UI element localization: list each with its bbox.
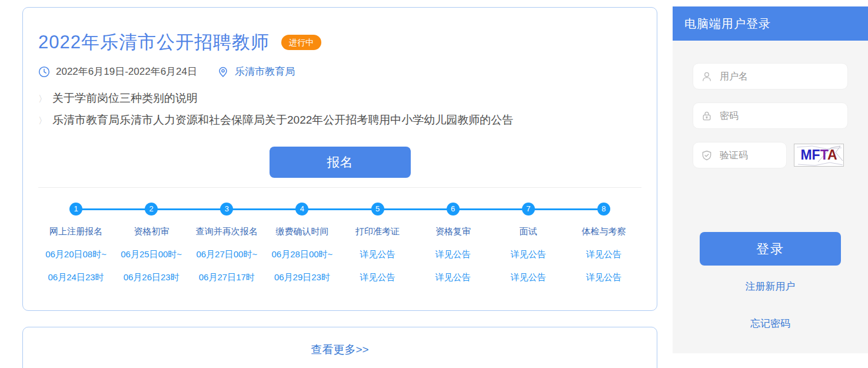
- timeline-step-date1: 06月20日08时~: [38, 249, 114, 260]
- announcement-links: 〉关于学前岗位三种类别的说明 〉乐清市教育局乐清市人力资源和社会保障局关于202…: [38, 88, 641, 131]
- location-pin-icon: [217, 66, 229, 78]
- timeline: 1网上注册报名06月20日08时~06月24日23时2资格初审06月25日00时…: [38, 203, 641, 283]
- lock-icon: [701, 110, 713, 122]
- timeline-step-label: 缴费确认时间: [264, 226, 340, 237]
- announcement-link[interactable]: 〉关于学前岗位三种类别的说明: [38, 88, 641, 110]
- timeline-step-date2: 详见公告: [415, 272, 491, 283]
- timeline-step: 7面试详见公告详见公告: [491, 203, 566, 283]
- captcha-field-box[interactable]: [693, 142, 787, 168]
- password-field-box[interactable]: [693, 102, 848, 129]
- timeline-step-date1: 06月25日00时~: [114, 249, 189, 260]
- page-title: 2022年乐清市公开招聘教师: [38, 30, 270, 55]
- timeline-step: 3查询并再次报名06月27日00时~06月27日17时: [189, 203, 264, 283]
- apply-button[interactable]: 报名: [270, 147, 411, 178]
- forgot-password-link[interactable]: 忘记密码: [693, 317, 848, 330]
- timeline-step-date2: 06月26日23时: [114, 272, 189, 283]
- timeline-step-date2: 详见公告: [340, 272, 415, 283]
- timeline-step-label: 面试: [491, 226, 566, 237]
- timeline-step: 1网上注册报名06月20日08时~06月24日23时: [38, 203, 114, 283]
- timeline-step-date1: 详见公告: [491, 249, 566, 260]
- timeline-step-label: 资格初审: [114, 226, 189, 237]
- password-input[interactable]: [720, 111, 840, 121]
- timeline-step-label: 资格复审: [415, 226, 491, 237]
- timeline-step-date1: 06月28日00时~: [264, 249, 340, 260]
- announcement-link-text: 乐清市教育局乐清市人力资源和社会保障局关于2022年公开招考聘用中小学幼儿园教师…: [52, 114, 513, 126]
- username-field-box[interactable]: [693, 63, 848, 89]
- timeline-step: 2资格初审06月25日00时~06月26日23时: [114, 203, 189, 283]
- chevron-right-icon: 〉: [38, 94, 47, 104]
- timeline-step-date2: 06月29日23时: [264, 272, 340, 283]
- user-icon: [701, 71, 713, 82]
- timeline-step-date2: 详见公告: [566, 272, 641, 283]
- divider: [38, 187, 641, 188]
- timeline-step-date2: 06月24日23时: [38, 272, 114, 283]
- timeline-step-number: 1: [69, 203, 82, 216]
- timeline-step-date1: 详见公告: [415, 249, 491, 260]
- timeline-step-label: 查询并再次报名: [189, 226, 264, 237]
- login-form: MFTA 登录 注册新用户 忘记密码: [673, 63, 868, 330]
- timeline-step-number: 6: [447, 203, 460, 216]
- captcha-input[interactable]: [720, 150, 779, 161]
- timeline-step-number: 4: [295, 203, 308, 216]
- register-link[interactable]: 注册新用户: [693, 280, 848, 293]
- announcement-link[interactable]: 〉乐清市教育局乐清市人力资源和社会保障局关于2022年公开招考聘用中小学幼儿园教…: [38, 110, 641, 131]
- see-more-link[interactable]: 查看更多>>: [311, 342, 368, 357]
- username-input[interactable]: [720, 71, 840, 82]
- announcement-card: 2022年乐清市公开招聘教师 进行中 2022年6月19日-2022年6月24日…: [22, 7, 657, 311]
- chevron-right-icon: 〉: [38, 115, 47, 125]
- shield-check-icon: [701, 150, 713, 161]
- timeline-step-label: 打印准考证: [340, 226, 415, 237]
- title-row: 2022年乐清市公开招聘教师 进行中: [38, 8, 641, 55]
- timeline-step-number: 3: [220, 203, 233, 216]
- timeline-step-date2: 06月27日17时: [189, 272, 264, 283]
- timeline-step-date2: 详见公告: [491, 272, 566, 283]
- timeline-step-date1: 详见公告: [340, 249, 415, 260]
- login-panel: 电脑端用户登录: [673, 6, 868, 353]
- captcha-text: MFTA: [800, 147, 837, 163]
- timeline-step: 5打印准考证详见公告详见公告: [340, 203, 415, 283]
- more-card: 查看更多>>: [22, 327, 657, 368]
- apply-wrap: 报名: [38, 147, 641, 178]
- announcement-link-text: 关于学前岗位三种类别的说明: [52, 92, 198, 104]
- date-range: 2022年6月19日-2022年6月24日: [56, 65, 197, 78]
- timeline-step-label: 网上注册报名: [38, 226, 114, 237]
- captcha-image[interactable]: MFTA: [794, 144, 844, 167]
- login-button[interactable]: 登录: [700, 232, 841, 266]
- status-badge: 进行中: [281, 35, 321, 50]
- organizer-link[interactable]: 乐清市教育局: [235, 65, 295, 78]
- timeline-step-number: 7: [522, 203, 535, 216]
- timeline-step-number: 8: [597, 203, 610, 216]
- captcha-row: MFTA: [693, 142, 848, 168]
- timeline-step-number: 5: [371, 203, 384, 216]
- timeline-step: 6资格复审详见公告详见公告: [415, 203, 491, 283]
- clock-icon: [38, 66, 50, 78]
- meta-row: 2022年6月19日-2022年6月24日 乐清市教育局: [38, 65, 641, 78]
- timeline-step-date1: 详见公告: [566, 249, 641, 260]
- login-panel-header: 电脑端用户登录: [673, 6, 868, 41]
- timeline-step-number: 2: [145, 203, 158, 216]
- timeline-step-date1: 06月27日00时~: [189, 249, 264, 260]
- timeline-step: 4缴费确认时间06月28日00时~06月29日23时: [264, 203, 340, 283]
- timeline-step-label: 体检与考察: [566, 226, 641, 237]
- timeline-step: 8体检与考察详见公告详见公告: [566, 203, 641, 283]
